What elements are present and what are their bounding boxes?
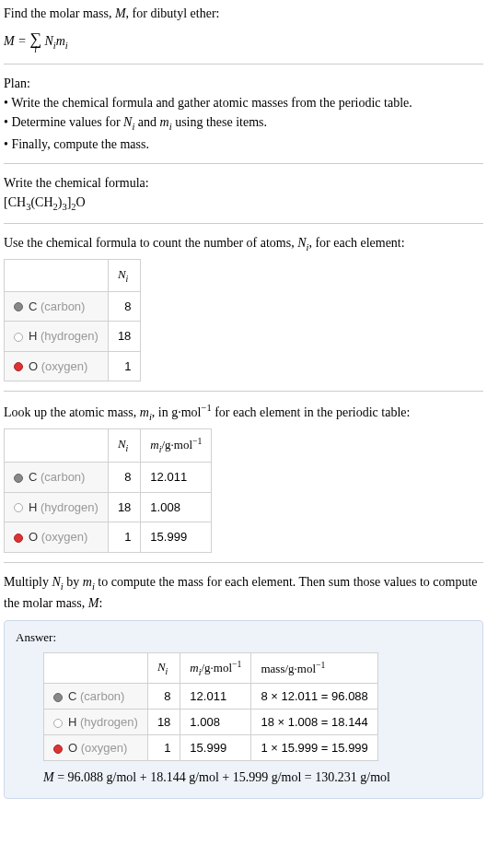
table-row: C (carbon) 8 12.011 8 × 12.011 = 96.088 xyxy=(44,684,378,710)
element-cell: O (oxygen) xyxy=(5,351,109,381)
mi-value: 15.999 xyxy=(141,522,212,553)
table-row: H (hydrogen) 18 xyxy=(5,322,141,352)
final-equation: M = 96.088 g/mol + 18.144 g/mol + 15.999… xyxy=(43,770,471,785)
mass-header: mass/g·mol−1 xyxy=(251,653,377,684)
ni-value: 1 xyxy=(108,351,140,381)
oxygen-dot-icon xyxy=(14,534,23,543)
ni-value: 1 xyxy=(108,522,140,553)
mi-header: mi/g·mol−1 xyxy=(180,653,251,684)
divider xyxy=(4,562,483,563)
hydrogen-dot-icon xyxy=(14,503,23,512)
plan-item-3-text: Finally, compute the mass. xyxy=(11,137,149,151)
hydrogen-dot-icon xyxy=(53,719,63,728)
hydrogen-dot-icon xyxy=(14,333,23,342)
write-formula-heading: Write the chemical formula: xyxy=(4,173,483,193)
plan-heading: Plan: xyxy=(4,74,483,93)
table-row: H (hydrogen) 18 1.008 xyxy=(5,492,212,522)
element-symbol: C xyxy=(29,299,37,313)
ni-header: Ni xyxy=(108,259,140,291)
ni-value: 8 xyxy=(147,684,180,710)
mass-value: 1 × 15.999 = 15.999 xyxy=(251,735,377,761)
table-row: O (oxygen) 1 xyxy=(5,351,141,381)
plan-item-2-mid: and xyxy=(134,115,159,129)
blank-header xyxy=(44,653,148,684)
write-formula-block: Write the chemical formula: [CH3(CH2)3]2… xyxy=(4,173,483,215)
plan-item-2: • Determine values for Ni and mi using t… xyxy=(4,112,483,135)
mi-value: 1.008 xyxy=(141,492,212,522)
element-cell: C (carbon) xyxy=(5,463,109,493)
plan-item-1-text: Write the chemical formula and gather at… xyxy=(11,96,412,110)
divider xyxy=(4,391,483,392)
divider xyxy=(4,223,483,224)
answer-box: Answer: Ni mi/g·mol−1 mass/g·mol−1 C (ca… xyxy=(4,620,483,799)
ni-value: 18 xyxy=(108,322,140,352)
multiply-post2: : xyxy=(99,596,102,610)
table-header-row: Ni mi/g·mol−1 mass/g·mol−1 xyxy=(44,653,378,684)
table-row: H (hydrogen) 18 1.008 18 × 1.008 = 18.14… xyxy=(44,710,378,735)
table-row: O (oxygen) 1 15.999 xyxy=(5,522,212,553)
element-cell: C (carbon) xyxy=(5,291,109,322)
element-cell: H (hydrogen) xyxy=(44,710,148,735)
intro-prefix: Find the molar mass, xyxy=(4,6,115,20)
carbon-dot-icon xyxy=(14,474,23,483)
table-header-row: Ni xyxy=(5,259,141,291)
ni-header: Ni xyxy=(108,428,140,463)
molar-mass-eq: M = ∑i Nimi xyxy=(4,30,483,54)
plan-item-1: • Write the chemical formula and gather … xyxy=(4,93,483,112)
oxygen-dot-icon xyxy=(14,362,23,371)
count-atoms-post: , for each element: xyxy=(308,236,404,250)
multiply-mid: by xyxy=(64,575,83,589)
mi-value: 12.011 xyxy=(141,463,212,493)
lookup-mass-block: Look up the atomic mass, mi, in g·mol−1 … xyxy=(4,401,483,552)
element-cell: O (oxygen) xyxy=(5,522,109,553)
lookup-exp: −1 xyxy=(201,403,211,413)
element-name: (hydrogen) xyxy=(41,329,99,343)
plan-item-2-post: using these items. xyxy=(172,115,267,129)
table-row: C (carbon) 8 12.011 xyxy=(5,463,212,493)
ni-header: Ni xyxy=(147,653,180,684)
mi-header: mi/g·mol−1 xyxy=(141,428,212,463)
mi-value: 15.999 xyxy=(180,735,251,761)
ni-value: 18 xyxy=(147,710,180,735)
element-cell: C (carbon) xyxy=(44,684,148,710)
carbon-dot-icon xyxy=(53,693,63,702)
carbon-dot-icon xyxy=(14,302,23,311)
count-atoms-block: Use the chemical formula to count the nu… xyxy=(4,233,483,381)
ni-value: 8 xyxy=(108,291,140,322)
lookup-pre: Look up the atomic mass, xyxy=(4,405,140,419)
element-cell: H (hydrogen) xyxy=(5,322,109,352)
answer-table: Ni mi/g·mol−1 mass/g·mol−1 C (carbon) 8 … xyxy=(43,652,378,761)
table-row: C (carbon) 8 xyxy=(5,291,141,322)
divider xyxy=(4,163,483,164)
blank-header xyxy=(5,428,109,463)
mass-value: 18 × 1.008 = 18.144 xyxy=(251,710,377,735)
element-cell: O (oxygen) xyxy=(44,735,148,761)
lookup-mid: , in g·mol xyxy=(152,405,202,419)
mi-value: 12.011 xyxy=(180,684,251,710)
answer-label: Answer: xyxy=(16,630,471,645)
multiply-block: Multiply Ni by mi to compute the mass fo… xyxy=(4,572,483,614)
count-atoms-pre: Use the chemical formula to count the nu… xyxy=(4,236,297,250)
ni-value: 18 xyxy=(108,492,140,522)
oxygen-dot-icon xyxy=(53,745,63,754)
table-header-row: Ni mi/g·mol−1 xyxy=(5,428,212,463)
atomic-mass-table: Ni mi/g·mol−1 C (carbon) 8 12.011 H (hyd… xyxy=(4,428,212,553)
element-symbol: H xyxy=(29,329,37,343)
table-row: O (oxygen) 1 15.999 1 × 15.999 = 15.999 xyxy=(44,735,378,761)
intro-suffix: , for dibutyl ether: xyxy=(126,6,220,20)
eq-lhs: M xyxy=(43,770,54,784)
chemical-formula: [CH3(CH2)3]2O xyxy=(4,193,483,215)
mass-value: 8 × 12.011 = 96.088 xyxy=(251,684,377,710)
eq-rhs: = 96.088 g/mol + 18.144 g/mol + 15.999 g… xyxy=(54,770,390,784)
plan-item-3: • Finally, compute the mass. xyxy=(4,135,483,154)
atom-count-table: Ni C (carbon) 8 H (hydrogen) 18 O (oxyge… xyxy=(4,259,141,382)
intro-line: Find the molar mass, M, for dibutyl ethe… xyxy=(4,4,483,23)
plan-block: Plan: • Write the chemical formula and g… xyxy=(4,74,483,154)
element-name: (carbon) xyxy=(41,299,85,313)
divider xyxy=(4,64,483,65)
element-cell: H (hydrogen) xyxy=(5,492,109,522)
plan-item-2-pre: Determine values for xyxy=(11,115,123,129)
ni-value: 1 xyxy=(147,735,180,761)
blank-header xyxy=(5,259,109,291)
intro-var-M: M xyxy=(115,6,126,20)
